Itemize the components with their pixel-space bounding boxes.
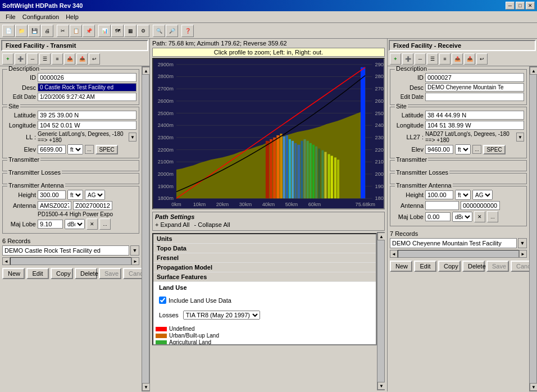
toolbar-print[interactable]: 🖨 (41, 25, 53, 37)
right-edit-btn[interactable]: Edit (414, 261, 436, 272)
left-editdate-input[interactable] (38, 93, 136, 101)
collapse-all-btn[interactable]: - Collapse All (194, 221, 230, 228)
left-combo-input[interactable] (2, 245, 129, 256)
right-spec-btn[interactable]: SPEC (483, 145, 506, 154)
right-import-btn[interactable]: 📥 (464, 53, 475, 65)
right-scroll-up[interactable]: ▲ (530, 67, 537, 75)
right-scroll-track-v[interactable] (530, 75, 536, 383)
left-export-btn[interactable]: 📤 (64, 53, 75, 65)
left-lat-input[interactable] (38, 111, 136, 120)
left-ll-dropdown[interactable]: ▼ (129, 133, 136, 142)
right-elev-unit-select[interactable]: ftm (455, 144, 471, 154)
include-land-use-checkbox[interactable] (159, 297, 166, 304)
toolbar-chart[interactable]: 📊 (98, 25, 111, 37)
minimize-button[interactable]: ─ (506, 2, 515, 10)
right-combo-arrow[interactable]: ▼ (518, 238, 527, 248)
settings-prop-model[interactable]: Propagation Model (153, 263, 376, 272)
left-spec-btn[interactable]: SPEC (95, 145, 118, 154)
right-desc-input[interactable] (425, 83, 524, 92)
settings-topo[interactable]: Topo Data (153, 244, 376, 253)
chart-area[interactable]: 2900m 2800m 2700m 2600m 2500m 2400m 2300… (152, 58, 385, 209)
toolbar-help[interactable]: ❓ (181, 25, 194, 37)
left-height-input[interactable] (38, 190, 66, 199)
right-combo-input[interactable] (390, 238, 517, 248)
right-scroll-left[interactable]: ◄ (390, 250, 398, 258)
left-agl-select[interactable]: AGLAMSL (85, 190, 105, 200)
toolbar-settings[interactable]: ⚙ (137, 25, 149, 37)
left-scroll-track[interactable] (10, 257, 131, 265)
toolbar-map[interactable]: 🗺 (111, 25, 124, 37)
left-id-input[interactable] (38, 73, 136, 82)
left-scroll-track-v[interactable] (142, 75, 149, 383)
right-new-icon[interactable]: + (390, 53, 401, 65)
left-import-btn[interactable]: 📥 (76, 53, 88, 65)
right-scroll-right[interactable]: ► (519, 250, 527, 258)
right-new-btn[interactable]: New (390, 261, 412, 272)
losses-select[interactable]: TIA TR8 (May 20 1997) (183, 311, 260, 320)
right-id-input[interactable] (425, 73, 524, 82)
window-controls[interactable]: ─ □ ✕ (506, 2, 535, 10)
left-lon-input[interactable] (38, 121, 136, 130)
left-scroll-down[interactable]: ▼ (142, 383, 149, 391)
center-scroll-up[interactable]: ▲ (377, 233, 385, 240)
right-list-btn[interactable]: ☰ (427, 53, 438, 65)
right-copy-btn[interactable]: Copy (438, 261, 461, 272)
expand-all-btn[interactable]: + Expand All (155, 221, 189, 228)
right-agl-select[interactable]: AGLAMSL (472, 190, 493, 200)
left-combo-arrow[interactable]: ▼ (130, 245, 139, 256)
right-lat-input[interactable] (425, 111, 524, 120)
menu-help[interactable]: Help (62, 12, 82, 21)
left-new-btn[interactable]: New (2, 268, 25, 279)
right-scroll-track[interactable] (398, 250, 519, 258)
left-delete-btn[interactable]: Delete (75, 268, 97, 279)
right-majlobe-input[interactable] (425, 212, 450, 221)
left-cancel-btn[interactable]: Cancel (123, 268, 142, 279)
left-elev-unit-select[interactable]: ftm (67, 144, 83, 154)
left-majlobe-x[interactable]: ✕ (87, 218, 98, 230)
menu-configuration[interactable]: Configuration (19, 12, 62, 21)
right-lon-input[interactable] (425, 121, 524, 130)
toolbar-grid[interactable]: ▦ (124, 25, 136, 37)
left-antenna-input1[interactable] (38, 201, 71, 210)
right-minus-btn[interactable]: ─ (415, 53, 426, 65)
right-save-btn[interactable]: Save (486, 261, 509, 272)
left-desc-input[interactable] (38, 83, 136, 92)
right-delete-btn[interactable]: Delete (462, 261, 485, 272)
left-scroll-right[interactable]: ► (131, 257, 139, 265)
left-height-unit-select[interactable]: ftm (67, 190, 83, 200)
settings-surface[interactable]: Surface Features (153, 272, 376, 282)
right-editdate-input[interactable] (425, 93, 524, 101)
right-add-btn[interactable]: ➕ (402, 53, 413, 65)
toolbar-new[interactable]: 📄 (2, 25, 15, 37)
settings-units[interactable]: Units (153, 234, 376, 244)
left-minus-btn[interactable]: ─ (27, 53, 38, 65)
left-edit-btn[interactable]: Edit (26, 268, 49, 279)
right-export-btn[interactable]: 📤 (452, 53, 463, 65)
toolbar-copy[interactable]: 📋 (70, 25, 82, 37)
right-height-input[interactable] (425, 190, 453, 199)
left-copy-btn[interactable]: Copy (51, 268, 73, 279)
left-scroll-left[interactable]: ◄ (2, 257, 10, 265)
right-elev-extra[interactable]: ... (472, 145, 481, 154)
right-scroll-down[interactable]: ▼ (530, 383, 537, 391)
left-scroll-up[interactable]: ▲ (142, 67, 149, 75)
right-antenna-input1[interactable] (425, 201, 459, 210)
menu-file[interactable]: File (2, 12, 19, 21)
settings-fresnel[interactable]: Fresnel (153, 253, 376, 263)
left-elev-extra[interactable]: ... (85, 145, 94, 154)
left-add-btn[interactable]: ➕ (15, 53, 26, 65)
left-list2-btn[interactable]: ≡ (52, 53, 63, 65)
left-list-btn[interactable]: ☰ (39, 53, 51, 65)
left-new-icon[interactable]: + (2, 53, 13, 65)
right-ll-dropdown[interactable]: ▼ (516, 133, 524, 142)
right-majlobe-unit[interactable]: dBd (452, 212, 472, 222)
toolbar-cut[interactable]: ✂ (57, 25, 69, 37)
toolbar-open[interactable]: 📁 (15, 25, 28, 37)
center-scroll-down[interactable]: ▼ (377, 382, 385, 390)
settings-scroll[interactable]: Units Topo Data Fresnel Propagation Mode… (152, 233, 377, 345)
toolbar-zoom-in[interactable]: 🔍 (153, 25, 165, 37)
toolbar-save[interactable]: 💾 (28, 25, 40, 37)
left-majlobe-unit[interactable]: dBd (65, 219, 85, 229)
toolbar-zoom-out[interactable]: 🔎 (166, 25, 178, 37)
right-refresh-btn[interactable]: ↩ (476, 53, 488, 65)
